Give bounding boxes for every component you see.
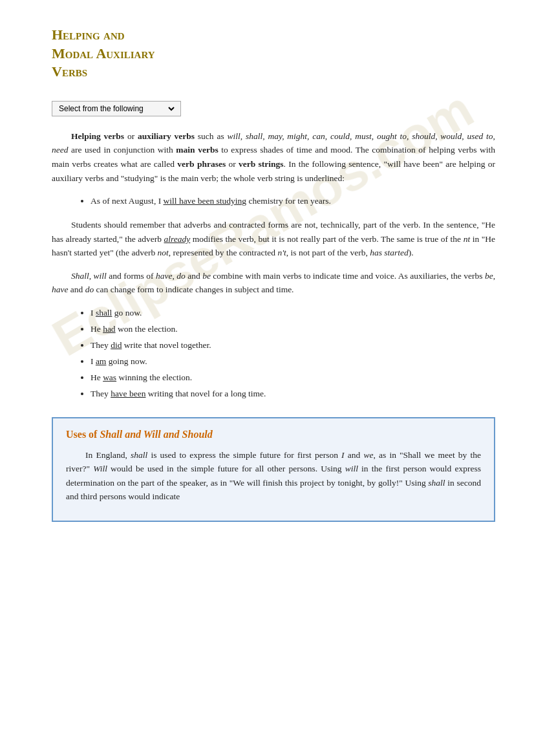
p1-or2: or [226, 159, 239, 169]
main-verbs-label: main verbs [176, 145, 218, 155]
bullet-item-had: He had won the election. [91, 322, 495, 337]
dropdown-container: Select from the following [52, 101, 495, 116]
p1-used: are used in conjunction with [68, 145, 176, 155]
paragraph-2: Students should remember that adverbs an… [52, 218, 495, 260]
paragraph-1: Helping verbs or auxiliary verbs such as… [52, 129, 495, 185]
bullet-item-did: They did write that novel together. [91, 338, 495, 353]
example-list-1: As of next August, I will have been stud… [91, 194, 495, 209]
section-box-paragraph-1: In England, shall is used to express the… [66, 448, 481, 504]
bullet-item-shall: I shall go now. [91, 306, 495, 321]
bullet-item-have-been: They have been writing that novel for a … [91, 387, 495, 402]
section-box-title: Uses of Shall and Will and Should [66, 429, 481, 440]
p1-or: or [124, 131, 138, 141]
paragraph-3: Shall, will and forms of have, do and be… [52, 269, 495, 297]
auxiliary-verbs-label: auxiliary verbs [138, 131, 195, 141]
bullet-item-1: As of next August, I will have been stud… [91, 194, 495, 209]
topic-select[interactable]: Select from the following [56, 103, 176, 114]
main-content: Helping verbs or auxiliary verbs such as… [52, 129, 495, 522]
verb-phrases-label: verb phrases [177, 159, 226, 169]
bullet-item-was: He was winning the election. [91, 371, 495, 385]
verb-strings-label: verb strings [239, 159, 284, 169]
helping-verbs-label: Helping verbs [71, 131, 124, 141]
bullet-item-am: I am going now. [91, 354, 495, 369]
section-box-shall-will: Uses of Shall and Will and Should In Eng… [52, 417, 495, 522]
topic-dropdown[interactable]: Select from the following [52, 101, 181, 116]
page-title: Helping and Modal Auxiliary Verbs [52, 26, 495, 81]
example-list-2: I shall go now. He had won the election.… [91, 306, 495, 402]
p1-such: such as [195, 131, 227, 141]
